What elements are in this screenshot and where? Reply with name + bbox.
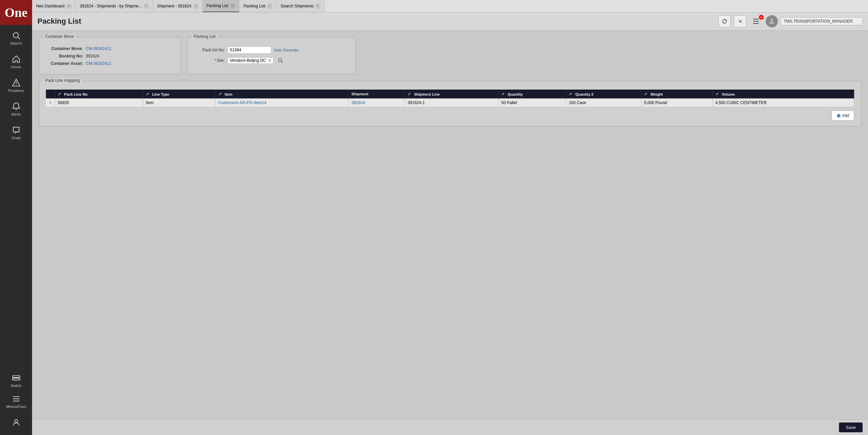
edit-line-type-icon (146, 92, 150, 96)
packing-list-legend: Packing List (192, 34, 218, 39)
site-search-button[interactable] (276, 57, 284, 64)
container-asset-value[interactable]: CM-39162411 (86, 61, 111, 66)
tab-shipments-close[interactable]: ✕ (144, 4, 149, 8)
site-tag-text: VendorA-Beijing DC (230, 58, 266, 63)
auto-generate-button[interactable]: Auto Generate (274, 48, 298, 52)
booking-no-value: 391624 (86, 54, 99, 58)
tab-shipments-label: 391624 - Shipments : by Shipme... (80, 4, 142, 8)
row-item: CustomerA-NS-FG-Item14 (215, 99, 348, 107)
sidebar: One Search Home Problems Alerts Chats Sw… (0, 0, 32, 435)
tab-packing-list-2[interactable]: Packing List ✕ (239, 0, 277, 12)
container-move-value[interactable]: CM-39162411 (86, 46, 111, 51)
row-shipment-line: 391624-1 (405, 99, 498, 107)
sidebar-item-search[interactable]: Search (0, 26, 32, 50)
svg-line-1 (18, 37, 20, 39)
tab-neo-dashboard[interactable]: Neo Dashboard ✕ (32, 0, 76, 12)
th-volume: Volume (712, 90, 854, 99)
booking-no-label: Booking No: (46, 54, 83, 58)
container-move-label: Container Move: (46, 46, 83, 51)
site-tag-remove[interactable]: ✕ (268, 58, 271, 63)
container-move-row: Container Move: CM-39162411 (46, 46, 174, 51)
svg-point-13 (770, 19, 773, 21)
tab-bar: Neo Dashboard ✕ 391624 - Shipments : by … (32, 0, 868, 13)
tab-packing-list-active[interactable]: Packing List ✕ (203, 0, 240, 12)
site-required-star: * (214, 58, 216, 63)
save-button[interactable]: Save (839, 422, 863, 432)
row-delete-cell[interactable]: ✕ (46, 99, 55, 107)
sidebar-bottom-avatar[interactable] (0, 413, 32, 432)
svg-point-9 (15, 419, 18, 422)
add-button[interactable]: ⊕ Add (832, 111, 854, 121)
warning-icon (12, 78, 21, 87)
packing-list-section: Packing List Pack list No: Auto Generate… (187, 37, 356, 74)
site-row: *Site: VendorA-Beijing DC ✕ (194, 57, 349, 64)
user-role-select[interactable]: TMS.TRANSPORTATION_MANAGER (781, 17, 863, 25)
sidebar-item-alerts[interactable]: Alerts (0, 97, 32, 121)
pack-line-table: Pack Line No Line Type Item Shipment (46, 90, 854, 107)
th-quantity2: Quantity 2 (566, 90, 641, 99)
th-item: Item (215, 90, 348, 99)
svg-point-3 (16, 84, 17, 85)
sidebar-item-menus-label: Menus/Favs (6, 405, 26, 409)
tab-shipments-by-shipme[interactable]: 391624 - Shipments : by Shipme... ✕ (76, 0, 153, 12)
table-row: ✕ 58920 Item CustomerA-NS-FG-Item14 3916… (46, 99, 854, 107)
sidebar-item-chats[interactable]: Chats (0, 121, 32, 145)
svg-line-15 (281, 61, 283, 63)
tab-search-shipments[interactable]: Search Shipments ✕ (277, 0, 325, 12)
site-tag[interactable]: VendorA-Beijing DC ✕ (228, 57, 273, 64)
sidebar-item-home[interactable]: Home (0, 50, 32, 74)
container-move-section: Container Move Container Move: CM-391624… (39, 37, 181, 74)
sidebar-item-problems[interactable]: Problems (0, 74, 32, 97)
edit-pack-line-no-icon (58, 92, 62, 96)
row-shipment[interactable]: 391624 (348, 99, 404, 107)
th-pack-line-no: Pack Line No (55, 90, 143, 99)
add-button-label: Add (842, 113, 849, 118)
tab-shipment-391624[interactable]: Shipment - 391624 ✕ (153, 0, 202, 12)
th-weight: Weight (641, 90, 712, 99)
menu-icon (12, 394, 21, 403)
svg-point-0 (13, 32, 18, 38)
tab-shipment-close[interactable]: ✕ (193, 4, 198, 8)
pack-list-no-input[interactable] (228, 46, 271, 54)
home-icon (12, 55, 21, 64)
user-avatar-icon (12, 418, 21, 427)
th-quantity: Quantity (498, 90, 566, 99)
tab-neo-dashboard-close[interactable]: ✕ (67, 4, 71, 8)
table-header-row: Pack Line No Line Type Item Shipment (46, 90, 854, 99)
sidebar-item-menus[interactable]: Menus/Favs (0, 391, 32, 412)
add-plus-icon: ⊕ (837, 113, 841, 118)
sidebar-item-switch-label: Switch (10, 384, 21, 388)
container-move-legend: Container Move (43, 34, 76, 39)
avatar (766, 15, 778, 27)
sidebar-item-alerts-label: Alerts (11, 112, 21, 116)
tab-packing-list-active-close[interactable]: ✕ (230, 3, 235, 8)
tab-search-shipments-label: Search Shipments (281, 4, 314, 8)
pack-list-no-label: Pack list No: (194, 48, 225, 52)
pack-line-mapping-section: Pack Line mapping Pack Line No Line Type (39, 81, 861, 126)
pack-line-mapping-legend: Pack Line mapping (43, 78, 82, 83)
menu-button[interactable]: ★ (749, 16, 762, 26)
site-search-icon (278, 57, 283, 63)
top-fieldset-group: Container Move Container Move: CM-391624… (39, 37, 861, 74)
sidebar-item-search-label: Search (10, 41, 22, 45)
edit-weight-icon (644, 92, 648, 96)
edit-shipment-line-icon (407, 92, 412, 96)
row-weight: 5,000 Pound (641, 99, 712, 107)
sidebar-item-switch[interactable]: Switch (0, 370, 32, 391)
th-line-type: Line Type (143, 90, 215, 99)
close-button[interactable]: ✕ (734, 15, 746, 27)
switch-icon (12, 373, 21, 382)
row-pack-line-no: 58920 (55, 99, 143, 107)
tab-packing-list-2-label: Packing List (243, 4, 265, 8)
bell-icon (12, 102, 21, 111)
container-asset-label: Container Asset: (46, 61, 83, 66)
sidebar-logo[interactable]: One (0, 0, 32, 25)
footer: Save (32, 419, 868, 435)
site-label: *Site: (194, 58, 225, 63)
refresh-button[interactable] (718, 15, 731, 27)
tab-search-shipments-close[interactable]: ✕ (316, 4, 320, 8)
th-shipment: Shipment (348, 90, 404, 99)
row-delete-icon[interactable]: ✕ (49, 100, 52, 105)
tab-packing-list-2-close[interactable]: ✕ (267, 4, 272, 8)
close-icon: ✕ (738, 18, 742, 25)
